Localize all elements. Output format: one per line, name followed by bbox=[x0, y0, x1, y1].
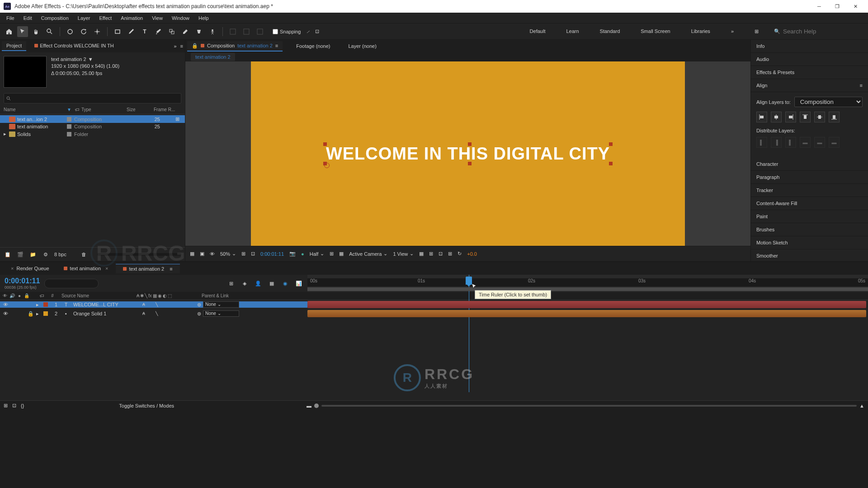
motionblur-col-icon[interactable]: ◉ bbox=[158, 293, 162, 298]
panel-effects-presets[interactable]: Effects & Presets bbox=[751, 66, 868, 79]
viewer-tab-composition[interactable]: 🔒 Composition text animation 2 ≡ bbox=[187, 41, 283, 52]
selection-handle[interactable] bbox=[609, 142, 613, 146]
menu-window[interactable]: Window bbox=[167, 14, 194, 23]
brush-tool[interactable] bbox=[153, 26, 164, 37]
pixel-aspect-icon[interactable]: ▦ bbox=[419, 251, 424, 257]
menu-animation[interactable]: Animation bbox=[116, 14, 147, 23]
solo-column-icon[interactable]: ● bbox=[16, 293, 23, 299]
panel-overflow-icon[interactable]: » bbox=[174, 43, 176, 49]
motion-blur-button[interactable]: ◉ bbox=[281, 279, 289, 287]
fast-preview-icon[interactable]: ⊞ bbox=[330, 251, 334, 257]
roi-icon[interactable]: ⊡ bbox=[251, 251, 255, 257]
lock-toggle[interactable]: 🔒 bbox=[27, 311, 34, 317]
composition-thumbnail[interactable] bbox=[4, 56, 47, 88]
label-column-icon[interactable]: 🏷 bbox=[40, 293, 46, 298]
workspace-learn[interactable]: Learn bbox=[562, 27, 582, 36]
tab-effect-controls[interactable]: Effect Controls WELCOME IN TH bbox=[30, 41, 118, 51]
shy-col-icon[interactable]: ₳ bbox=[137, 293, 139, 298]
comp-flowchart-icon[interactable]: ⊞ bbox=[227, 279, 235, 287]
adjustment-col-icon[interactable]: ◐ bbox=[163, 293, 167, 298]
timeline-ruler[interactable]: 00s 01s 02s 03s 04s 05s Time Ruler (Clic… bbox=[307, 275, 868, 292]
panel-paragraph[interactable]: Paragraph bbox=[751, 171, 868, 184]
draft3d-icon[interactable]: ⊡ bbox=[439, 251, 443, 257]
snapping-checkbox[interactable] bbox=[273, 29, 278, 34]
orbit-tool[interactable] bbox=[65, 26, 75, 37]
work-area-bar[interactable] bbox=[307, 287, 868, 291]
col-name[interactable]: Name bbox=[4, 107, 67, 112]
panel-smoother[interactable]: Smoother bbox=[751, 249, 868, 263]
snapshot-icon[interactable]: 📷 bbox=[289, 251, 296, 257]
label-chip[interactable] bbox=[67, 117, 71, 122]
3d-col-icon[interactable]: ⬚ bbox=[168, 293, 172, 298]
reset-exposure-icon[interactable]: ↻ bbox=[458, 251, 462, 257]
menu-effect[interactable]: Effect bbox=[94, 14, 116, 23]
rotation-tool[interactable] bbox=[78, 26, 89, 37]
tab-close-icon[interactable]: × bbox=[11, 266, 14, 271]
col-size[interactable]: Size bbox=[127, 107, 154, 112]
pen-tool[interactable] bbox=[126, 26, 137, 37]
breadcrumb-item[interactable]: text animation 2 bbox=[191, 53, 235, 61]
align-left-button[interactable] bbox=[756, 112, 767, 122]
align-right-button[interactable] bbox=[785, 112, 796, 122]
frame-blend-button[interactable]: ▦ bbox=[268, 279, 276, 287]
tab-menu-icon[interactable]: ≡ bbox=[275, 43, 278, 48]
trash-icon[interactable]: 🗑 bbox=[80, 250, 88, 258]
help-search[interactable]: 🔍 bbox=[774, 28, 864, 35]
timeline-layer-row[interactable]: 👁 ▸ 1 T WELCOME...L CITY ₳ ╲ ⊚ None ⌄ bbox=[0, 300, 868, 309]
transparency-icon[interactable]: ▣ bbox=[200, 251, 204, 257]
lock-icon[interactable]: 🔒 bbox=[192, 43, 198, 49]
workspace-libraries[interactable]: Libraries bbox=[688, 27, 714, 36]
rectangle-tool[interactable] bbox=[112, 26, 123, 37]
brackets-icon[interactable]: {} bbox=[21, 403, 24, 408]
selection-handle[interactable] bbox=[323, 142, 327, 146]
panel-menu-icon[interactable]: ≡ bbox=[180, 43, 183, 49]
bit-depth-icon[interactable]: ⚙ bbox=[42, 250, 50, 258]
resolution-dropdown[interactable]: Half ⌄ bbox=[310, 251, 325, 257]
label-chip[interactable] bbox=[67, 132, 71, 136]
label-color[interactable] bbox=[43, 311, 48, 316]
guides-icon[interactable]: ▦ bbox=[339, 251, 344, 257]
zoom-dropdown[interactable]: 50% ⌄ bbox=[220, 251, 236, 257]
viewer-tab-layer[interactable]: Layer (none) bbox=[344, 42, 381, 51]
workspace-overflow-icon[interactable]: » bbox=[727, 27, 737, 36]
text-tool[interactable]: T bbox=[139, 26, 150, 37]
resolution-icon[interactable]: ⊞ bbox=[241, 251, 245, 257]
timeline-layer-row[interactable]: 👁 🔒 ▸ 2 ▪ Orange Solid 1 ₳ ╲ ⊚ None ⌄ bbox=[0, 309, 868, 318]
mesh-icon-2[interactable] bbox=[241, 26, 252, 37]
parent-column[interactable]: Parent & Link bbox=[193, 293, 247, 298]
video-column-icon[interactable]: 👁 bbox=[2, 293, 8, 299]
mesh-icon[interactable] bbox=[227, 26, 238, 37]
composition-background[interactable]: WELCOME IN THIS DIGITAL CITY bbox=[251, 61, 685, 246]
mask-icon[interactable]: 👁 bbox=[210, 251, 215, 257]
parent-dropdown[interactable]: None ⌄ bbox=[203, 301, 239, 308]
timeline-zoom-slider[interactable]: ▬ ▲ bbox=[307, 403, 864, 408]
twirl-icon[interactable]: ▸ bbox=[36, 311, 42, 317]
camera-dropdown[interactable]: Active Camera ⌄ bbox=[349, 251, 387, 257]
text-layer[interactable]: WELCOME IN THIS DIGITAL CITY bbox=[326, 144, 610, 164]
menu-file[interactable]: File bbox=[2, 14, 19, 23]
hash-column[interactable]: # bbox=[48, 293, 57, 298]
graph-editor-button[interactable]: 📊 bbox=[295, 279, 303, 287]
new-comp-icon[interactable]: 🎬 bbox=[16, 250, 24, 258]
workspace-default[interactable]: Default bbox=[526, 27, 549, 36]
home-button[interactable] bbox=[4, 26, 14, 37]
layer-duration-bar[interactable] bbox=[307, 310, 866, 317]
draft3d-icon[interactable]: ◈ bbox=[241, 279, 249, 287]
tab-menu-icon[interactable]: ≡ bbox=[170, 266, 172, 272]
shy-switch[interactable]: ₳ bbox=[141, 311, 146, 316]
close-button[interactable]: ✕ bbox=[846, 0, 864, 13]
selection-handle[interactable] bbox=[468, 142, 472, 146]
layer-duration-bar[interactable] bbox=[307, 301, 866, 308]
panel-paint[interactable]: Paint bbox=[751, 210, 868, 223]
workspace-standard[interactable]: Standard bbox=[596, 27, 624, 36]
source-name-column[interactable]: Source Name bbox=[59, 293, 135, 298]
panel-content-aware[interactable]: Content-Aware Fill bbox=[751, 197, 868, 210]
layer-name[interactable]: Orange Solid 1 bbox=[71, 311, 139, 316]
flowchart-icon[interactable]: ⊞ bbox=[175, 116, 179, 122]
snapping-options-icon[interactable]: ⟋ bbox=[306, 29, 311, 34]
panel-info[interactable]: Info bbox=[751, 40, 868, 53]
flowchart-icon[interactable]: ⊞ bbox=[448, 251, 452, 257]
selection-tool[interactable] bbox=[17, 26, 28, 37]
align-top-button[interactable] bbox=[800, 112, 811, 122]
project-item[interactable]: text animation Composition 25 bbox=[0, 123, 185, 130]
